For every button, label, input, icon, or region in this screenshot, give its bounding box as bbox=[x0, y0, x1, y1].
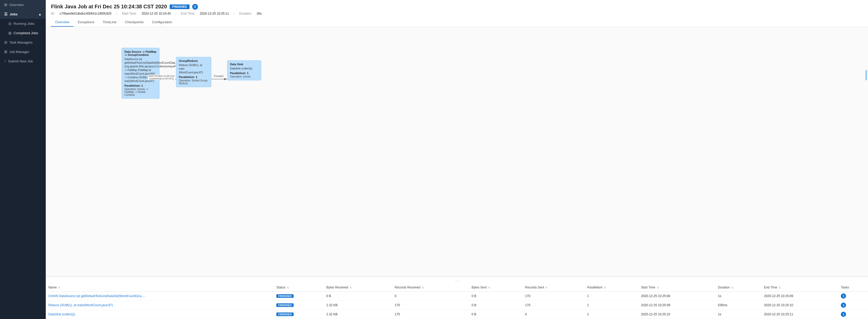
node2-title: GroupReduce bbox=[179, 59, 208, 62]
cell-end-time-2: 2020-12-25 10:25:11 bbox=[761, 310, 838, 319]
tab-timeline[interactable]: TimeLine bbox=[99, 18, 121, 27]
task-count-badge: 3 bbox=[192, 4, 198, 10]
node3-parallelism: Parallelism: 1 bbox=[230, 72, 258, 75]
col-parallelism[interactable]: Parallelism ⇅ bbox=[585, 283, 639, 292]
table-row: CHAIN DataSource (at getDefaultTextLineD… bbox=[46, 292, 868, 301]
sidebar-item-submit-new-job[interactable]: ↑ Submit New Job bbox=[0, 57, 46, 66]
col-records-sent[interactable]: Records Sent ⇅ bbox=[522, 283, 584, 292]
table-row: Reduce (SUM(1), at main(WordCount.java:8… bbox=[46, 301, 868, 310]
col-bytes-received[interactable]: Bytes Received ⇅ bbox=[324, 283, 392, 292]
sep1: | bbox=[116, 12, 117, 15]
node3-operation: Operation: (none) bbox=[230, 75, 258, 78]
content-area: Data Source -> FlatMap -> GroupCombine D… bbox=[46, 27, 868, 319]
node1-parallelism: Parallelism: 1 bbox=[124, 84, 157, 87]
cell-status-1: FINISHED bbox=[274, 301, 324, 310]
cell-start-time-2: 2020-12-25 10:25:10 bbox=[639, 310, 715, 319]
col-status[interactable]: Status ⇅ bbox=[274, 283, 324, 292]
col-bytes-sent[interactable]: Bytes Sent ⇅ bbox=[469, 283, 523, 292]
arrow2-label: Forward bbox=[214, 75, 223, 77]
tab-exceptions[interactable]: Exceptions bbox=[73, 18, 99, 27]
flow-node-1[interactable]: Data Source -> FlatMap -> GroupCombine D… bbox=[122, 48, 159, 99]
cell-name-1[interactable]: Reduce (SUM(1), at main(WordCount.java:8… bbox=[46, 301, 274, 310]
col-duration[interactable]: Duration ⇅ bbox=[715, 283, 761, 292]
end-label: End Time: bbox=[181, 12, 195, 15]
cell-records-sent-1: 170 bbox=[522, 301, 584, 310]
cell-tasks-0: 1 bbox=[838, 292, 868, 301]
cell-parallelism-0: 1 bbox=[585, 292, 639, 301]
tab-bar: Overview Exceptions TimeLine Checkpoints… bbox=[51, 18, 863, 27]
completed-jobs-icon: ◎ bbox=[8, 31, 11, 35]
col-start-time[interactable]: Start Time ⇅ bbox=[639, 283, 715, 292]
sidebar-item-running-jobs[interactable]: ◎ Running Jobs bbox=[0, 19, 46, 28]
job-table: … Name ⇅ Status ⇅ Bytes Received ⇅ Recor… bbox=[46, 276, 868, 319]
start-label: Start Time: bbox=[122, 12, 137, 15]
diagram-scroll-handle[interactable] bbox=[865, 70, 867, 80]
cell-records-sent-0: 170 bbox=[522, 292, 584, 301]
cell-end-time-0: 2020-12-25 10:25:09 bbox=[761, 292, 838, 301]
flow-container: Data Source -> FlatMap -> GroupCombine D… bbox=[46, 27, 868, 123]
cell-tasks-1: 1 bbox=[838, 301, 868, 310]
col-end-time[interactable]: End Time ⇅ bbox=[761, 283, 838, 292]
sidebar: ⊞ Overview ☰ Jobs ▲ ◎ Running Jobs ◎ Com… bbox=[0, 0, 46, 319]
cell-status-0: FINISHED bbox=[274, 292, 324, 301]
cell-bytes-received-2: 2.32 KB bbox=[324, 310, 392, 319]
cell-records-received-0: 0 bbox=[392, 292, 469, 301]
tab-overview[interactable]: Overview bbox=[51, 18, 73, 27]
cell-duration-0: 1s bbox=[715, 292, 761, 301]
cell-status-2: FINISHED bbox=[274, 310, 324, 319]
meta-row: ID: c79faee9ef1dbdb1400641c1f65fc825 | S… bbox=[51, 12, 863, 15]
sidebar-item-jobs[interactable]: ☰ Jobs ▲ bbox=[0, 9, 46, 19]
arrow1-label: Hash Partition on [0] Sort (combining) o… bbox=[148, 75, 175, 80]
cell-records-received-1: 170 bbox=[392, 301, 469, 310]
id-label: ID: bbox=[51, 12, 55, 15]
sep3: | bbox=[234, 12, 235, 15]
cell-start-time-0: 2020-12-25 10:25:08 bbox=[639, 292, 715, 301]
task-managers-icon: ⊟ bbox=[4, 40, 7, 44]
node3-detail: DataSink (collect()) bbox=[230, 67, 258, 70]
cell-bytes-received-1: 2.32 KB bbox=[324, 301, 392, 310]
job-title: Flink Java Job at Fri Dec 25 10:24:38 CS… bbox=[51, 4, 167, 10]
tab-checkpoints[interactable]: Checkpoints bbox=[121, 18, 148, 27]
flow-node-2[interactable]: GroupReduce Reduce (SUM(1), at main (Wor… bbox=[176, 57, 211, 87]
flow-diagram: Data Source -> FlatMap -> GroupCombine D… bbox=[46, 27, 868, 276]
flow-node-3[interactable]: Data Sink DataSink (collect()) Paralleli… bbox=[227, 60, 261, 80]
cell-parallelism-1: 1 bbox=[585, 301, 639, 310]
submit-icon: ↑ bbox=[4, 59, 6, 63]
duration-label: Duration: bbox=[239, 12, 252, 15]
col-records-received[interactable]: Records Received ⇅ bbox=[392, 283, 469, 292]
table-row: DataSink (collect()) FINISHED 2.32 KB 17… bbox=[46, 310, 868, 319]
tasks-table: Name ⇅ Status ⇅ Bytes Received ⇅ Records… bbox=[46, 283, 868, 319]
node2-operation: Operation: Sorted Group Reduce bbox=[179, 79, 208, 85]
cell-bytes-sent-2: 0 B bbox=[469, 310, 523, 319]
job-manager-icon: ⊞ bbox=[4, 49, 7, 54]
cell-duration-1: 535ms bbox=[715, 301, 761, 310]
cell-tasks-2: 1 bbox=[838, 310, 868, 319]
cell-bytes-sent-1: 0 B bbox=[469, 301, 523, 310]
cell-name-0[interactable]: CHAIN DataSource (at getDefaultTextLineD… bbox=[46, 292, 274, 301]
job-id: c79faee9ef1dbdb1400641c1f65fc825 bbox=[60, 12, 112, 15]
col-tasks[interactable]: Tasks bbox=[838, 283, 868, 292]
duration-value: 26s bbox=[257, 12, 262, 15]
cell-end-time-1: 2020-12-25 10:25:10 bbox=[761, 301, 838, 310]
jobs-icon: ☰ bbox=[4, 12, 8, 16]
title-row: Flink Java Job at Fri Dec 25 10:24:38 CS… bbox=[51, 4, 863, 10]
col-name[interactable]: Name ⇅ bbox=[46, 283, 274, 292]
cell-duration-2: 1s bbox=[715, 310, 761, 319]
jobs-collapse-icon: ▲ bbox=[38, 12, 41, 16]
tab-configuration[interactable]: Configuration bbox=[148, 18, 176, 27]
node3-title: Data Sink bbox=[230, 63, 258, 66]
overview-icon: ⊞ bbox=[4, 3, 7, 7]
sidebar-item-completed-jobs[interactable]: ◎ Completed Jobs bbox=[0, 28, 46, 38]
sidebar-item-task-managers[interactable]: ⊟ Task Managers bbox=[0, 38, 46, 47]
cell-name-2[interactable]: DataSink (collect()) bbox=[46, 310, 274, 319]
sidebar-item-overview[interactable]: ⊞ Overview bbox=[0, 0, 46, 9]
node1-title: Data Source -> FlatMap -> GroupCombine bbox=[124, 50, 157, 57]
cell-records-sent-2: 0 bbox=[522, 310, 584, 319]
sep2: | bbox=[176, 12, 176, 15]
table-header-row: Name ⇅ Status ⇅ Bytes Received ⇅ Records… bbox=[46, 283, 868, 292]
cell-start-time-1: 2020-12-25 10:25:09 bbox=[639, 301, 715, 310]
cell-records-received-2: 170 bbox=[392, 310, 469, 319]
status-badge: FINISHED bbox=[170, 4, 190, 9]
cell-parallelism-2: 1 bbox=[585, 310, 639, 319]
sidebar-item-job-manager[interactable]: ⊞ Job Manager bbox=[0, 47, 46, 57]
